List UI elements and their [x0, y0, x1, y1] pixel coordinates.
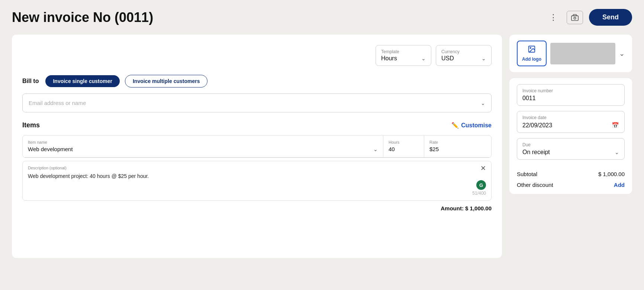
- items-header: Items ✏️ Customise: [22, 121, 492, 129]
- item-name-chevron-icon: ⌄: [373, 146, 378, 152]
- invoice-number-label: Invoice number: [522, 88, 619, 93]
- svg-point-1: [574, 17, 576, 19]
- close-description-button[interactable]: ✕: [480, 165, 486, 172]
- send-button[interactable]: Send: [589, 9, 632, 26]
- items-title: Items: [22, 121, 40, 129]
- amount-row: Amount: $ 1,000.00: [22, 205, 492, 211]
- hours-value: 40: [389, 146, 395, 152]
- due-value: On receipt: [522, 149, 550, 156]
- image-icon: [528, 45, 536, 55]
- discount-label: Other discount: [517, 182, 553, 188]
- logo-section: Add logo ⌄: [517, 41, 625, 66]
- due-label: Due: [522, 142, 619, 147]
- rate-label: Rate: [429, 140, 486, 144]
- rate-value: $25: [429, 146, 439, 152]
- invoice-date-value: 22/09/2023: [522, 122, 552, 129]
- due-group: Due On receipt ⌄: [517, 138, 625, 160]
- grammarly-icon: G: [476, 180, 486, 190]
- item-name-field[interactable]: Item name Web development ⌄: [23, 136, 383, 157]
- customise-label: Customise: [461, 122, 492, 129]
- currency-label: Currency: [441, 49, 486, 54]
- page-title: New invoice No (0011): [12, 10, 153, 25]
- due-field[interactable]: Due On receipt ⌄: [517, 138, 625, 160]
- svg-rect-0: [571, 16, 578, 20]
- camera-icon: [571, 13, 579, 22]
- header-actions: ⋮ Send: [546, 9, 632, 26]
- template-value: Hours: [381, 55, 397, 62]
- item-fields-row: Item name Web development ⌄ Hours 40 Rat…: [23, 136, 491, 157]
- template-dropdown[interactable]: Template Hours ⌄: [376, 45, 431, 66]
- template-currency-row: Template Hours ⌄ Currency USD ⌄: [22, 45, 492, 66]
- hours-label: Hours: [389, 140, 419, 144]
- currency-value: USD: [441, 55, 454, 62]
- description-box[interactable]: Description (optional) Web development p…: [22, 161, 492, 201]
- left-panel: Template Hours ⌄ Currency USD ⌄ Bill to: [12, 35, 502, 258]
- more-button[interactable]: ⋮: [546, 11, 561, 24]
- invoice-multiple-customers-button[interactable]: Invoice multiple customers: [125, 75, 208, 87]
- right-panel: Add logo ⌄ Invoice number 0011: [509, 35, 632, 258]
- svg-point-3: [530, 47, 531, 48]
- item-box: Item name Web development ⌄ Hours 40 Rat…: [22, 135, 492, 158]
- subtotal-section: Subtotal $ 1,000.00 Other discount Add: [517, 165, 625, 188]
- invoice-number-value: 0011: [522, 95, 619, 102]
- currency-dropdown[interactable]: Currency USD ⌄: [436, 45, 492, 66]
- camera-button[interactable]: [567, 11, 583, 24]
- invoice-date-group: Invoice date 22/09/2023 📅: [517, 111, 625, 133]
- invoice-date-box[interactable]: Invoice date 22/09/2023 📅: [517, 111, 625, 133]
- add-logo-label: Add logo: [522, 57, 541, 62]
- item-name-label: Item name: [28, 140, 378, 144]
- subtotal-row: Subtotal $ 1,000.00: [517, 171, 625, 177]
- invoice-single-customer-button[interactable]: Invoice single customer: [45, 75, 120, 87]
- hours-field[interactable]: Hours 40: [383, 136, 424, 157]
- invoice-info-card: Invoice number 0011 Invoice date 22/09/2…: [509, 78, 632, 194]
- logo-chevron-icon[interactable]: ⌄: [619, 50, 625, 58]
- description-label: Description (optional): [28, 166, 486, 170]
- add-logo-button[interactable]: Add logo: [517, 41, 547, 66]
- discount-row: Other discount Add: [517, 182, 625, 188]
- currency-chevron-icon: ⌄: [482, 55, 486, 61]
- template-label: Template: [381, 49, 426, 54]
- due-chevron-icon: ⌄: [615, 149, 619, 155]
- customise-button[interactable]: ✏️ Customise: [451, 122, 492, 129]
- add-discount-button[interactable]: Add: [614, 182, 625, 188]
- email-select[interactable]: Email address or name ⌄: [22, 93, 492, 112]
- subtotal-value: $ 1,000.00: [598, 171, 625, 177]
- template-chevron-icon: ⌄: [421, 55, 426, 61]
- subtotal-label: Subtotal: [517, 171, 537, 177]
- invoice-number-box[interactable]: Invoice number 0011: [517, 84, 625, 106]
- calendar-icon[interactable]: 📅: [612, 122, 619, 129]
- email-placeholder: Email address or name: [29, 100, 86, 106]
- rate-field[interactable]: Rate $25: [424, 136, 491, 157]
- bill-to-label: Bill to: [22, 78, 39, 85]
- description-text: Web development project: 40 hours @ $25 …: [28, 172, 486, 180]
- logo-preview: [550, 43, 615, 64]
- logo-card: Add logo ⌄: [509, 35, 632, 72]
- email-chevron-icon: ⌄: [481, 100, 485, 106]
- char-count: 51/400: [28, 191, 486, 196]
- bill-to-row: Bill to Invoice single customer Invoice …: [22, 75, 492, 87]
- invoice-date-label: Invoice date: [522, 115, 619, 120]
- item-name-value: Web development: [28, 146, 73, 152]
- pencil-icon: ✏️: [451, 122, 459, 129]
- invoice-number-group: Invoice number 0011: [517, 84, 625, 106]
